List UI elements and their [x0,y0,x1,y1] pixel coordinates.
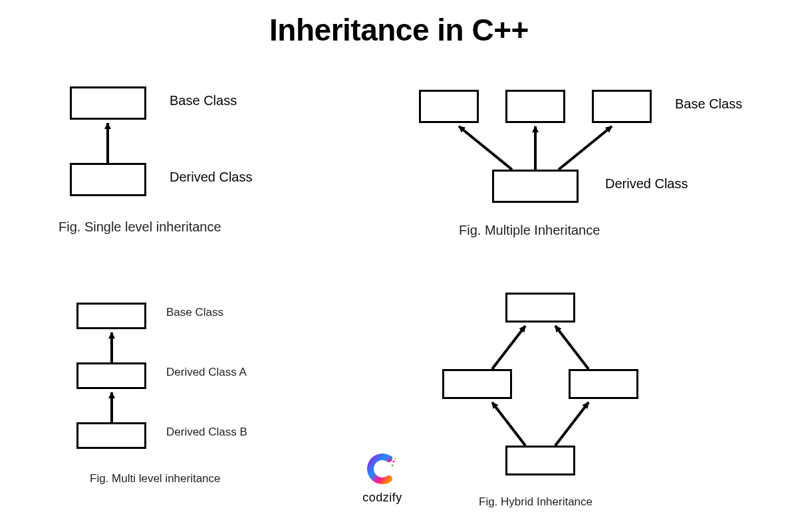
brand-name: codzify [346,491,419,505]
multiple-base-box-3 [592,90,652,123]
svg-line-7 [555,326,589,369]
hybrid-right-box [569,369,638,399]
multilevel-derived-b-label: Derived Class B [166,426,247,439]
multiple-caption: Fig. Multiple Inheritance [459,223,600,238]
svg-point-11 [392,460,394,462]
svg-point-12 [392,465,394,467]
hybrid-bottom-box [505,446,575,475]
brand-logo: codzify [346,452,419,505]
multilevel-base-box [76,303,146,329]
svg-line-8 [492,402,525,446]
diagram-canvas: Inheritance in C++ Base Class Derived Cl… [0,0,798,532]
multilevel-base-label: Base Class [166,306,223,319]
multilevel-derived-b-box [76,422,146,449]
svg-point-13 [394,458,396,460]
single-derived-box [70,163,146,196]
hybrid-top-box [505,293,575,323]
svg-point-10 [390,456,392,459]
svg-line-9 [555,402,589,446]
codzify-logo-icon [366,452,399,485]
svg-line-6 [492,326,525,369]
multiple-derived-label: Derived Class [605,176,688,192]
multilevel-derived-a-label: Derived Class A [166,366,247,379]
hybrid-caption: Fig. Hybrid Inheritance [479,495,593,509]
svg-line-3 [559,126,612,170]
single-base-label: Base Class [170,93,237,108]
multilevel-derived-a-box [76,362,146,389]
hybrid-left-box [442,369,512,399]
svg-line-1 [459,126,512,170]
multilevel-caption: Fig. Multi level inheritance [90,472,221,485]
multiple-base-box-1 [419,90,479,123]
single-base-box [70,86,146,120]
page-title: Inheritance in C++ [0,12,798,48]
single-caption: Fig. Single level inheritance [59,219,221,235]
multiple-derived-box [492,170,579,203]
multiple-base-box-2 [505,90,565,123]
single-derived-label: Derived Class [170,170,252,185]
multiple-base-label: Base Class [675,96,742,112]
